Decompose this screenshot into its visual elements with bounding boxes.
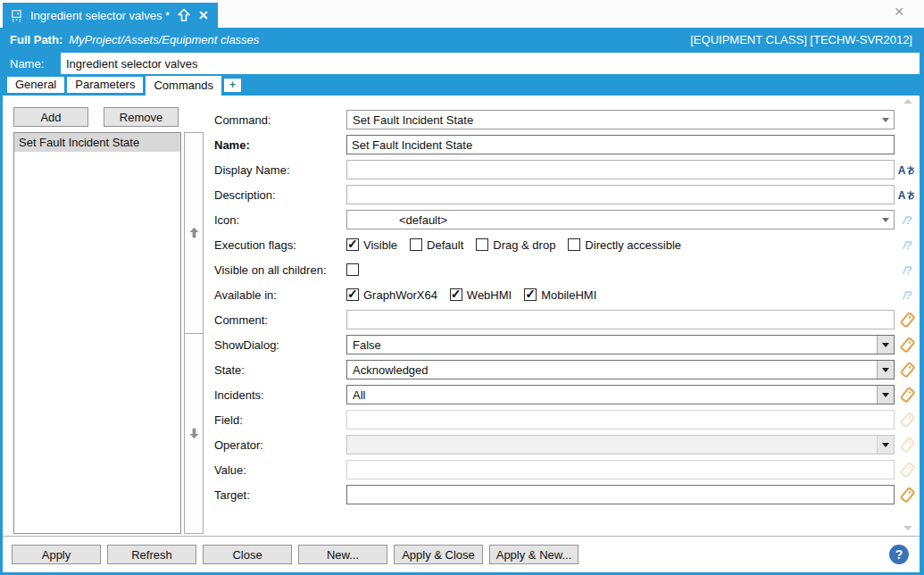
checkbox-label: Directly accessible	[585, 238, 681, 252]
checkbox-drag-drop[interactable]: Drag & drop	[476, 238, 555, 252]
display-name-input[interactable]	[346, 160, 895, 179]
localization-icon[interactable]: A	[898, 189, 917, 201]
incidents-combobox[interactable]: All	[346, 385, 895, 404]
visible-on-all-children-label: Visible on all children:	[214, 263, 346, 277]
move-down-button[interactable]	[184, 334, 204, 535]
checkbox-directly-accessible[interactable]: Directly accessible	[568, 238, 681, 252]
row-showdialog: ShowDialog: False	[214, 332, 920, 357]
tag-icon[interactable]	[900, 338, 915, 353]
global-aliasing-icon[interactable]: /?	[903, 213, 912, 227]
checkbox-webhmi[interactable]: WebHMI	[450, 288, 512, 302]
visible-on-all-children-checkbox[interactable]	[346, 263, 359, 276]
checkbox-label: WebHMI	[467, 288, 512, 302]
showdialog-value: False	[347, 338, 877, 352]
checkbox-icon[interactable]	[410, 238, 422, 251]
tab-parameters[interactable]: Parameters	[67, 77, 143, 93]
list-item-selected[interactable]: Set Fault Incident State	[14, 133, 180, 152]
checkbox-icon[interactable]	[524, 288, 537, 301]
global-aliasing-icon[interactable]: /?	[903, 238, 912, 252]
full-path-label: Full Path:	[10, 33, 62, 46]
global-aliasing-icon[interactable]: /?	[903, 263, 912, 277]
apply-close-button[interactable]: Apply & Close	[394, 545, 483, 564]
tag-icon[interactable]	[900, 312, 915, 328]
tag-icon	[900, 438, 915, 453]
tag-icon[interactable]	[900, 362, 915, 378]
operator-combobox	[346, 435, 895, 454]
remove-button[interactable]: Remove	[104, 107, 179, 127]
checkbox-icon[interactable]	[476, 238, 488, 251]
checkbox-label: MobileHMI	[541, 288, 596, 302]
document-tab[interactable]: Ingredient selector valves * ✕	[3, 3, 218, 28]
row-target: Target:	[214, 482, 920, 507]
tab-add-plus[interactable]: +	[224, 79, 241, 92]
checkbox-icon[interactable]	[346, 238, 359, 251]
chevron-down-icon[interactable]	[877, 211, 894, 229]
chevron-down-icon[interactable]	[877, 361, 894, 379]
row-description: Description: A	[214, 182, 920, 207]
comment-input[interactable]	[346, 310, 895, 329]
tab-strip: General Parameters Commands +	[3, 76, 920, 96]
help-icon[interactable]: ?	[889, 545, 909, 564]
equipment-class-icon	[10, 9, 23, 22]
row-available-in: Available in: GraphWorX64 WebHMI MobileH…	[214, 282, 920, 307]
localization-icon[interactable]: A	[898, 164, 917, 176]
field-input	[346, 410, 895, 429]
pane-close-icon[interactable]: ✕	[894, 5, 904, 18]
apply-new-button[interactable]: Apply & New...	[489, 545, 579, 564]
command-combobox[interactable]: Set Fault Incident State	[346, 110, 895, 129]
tab-general[interactable]: General	[7, 77, 64, 93]
asset-name-input[interactable]	[61, 53, 920, 74]
icon-combobox[interactable]: <default>	[346, 210, 895, 229]
chevron-down-icon[interactable]	[877, 336, 894, 354]
checkbox-graphworx64[interactable]: GraphWorX64	[346, 288, 437, 302]
tag-icon[interactable]	[900, 388, 915, 403]
commands-listbox[interactable]: Set Fault Incident State	[13, 132, 181, 534]
command-value: Set Fault Incident State	[347, 113, 877, 127]
add-button[interactable]: Add	[13, 107, 88, 127]
global-aliasing-icon[interactable]: /?	[903, 288, 912, 302]
tab-commands[interactable]: Commands	[146, 76, 221, 96]
description-input[interactable]	[346, 185, 895, 204]
state-value: Acknowledged	[347, 363, 877, 377]
checkbox-mobilehmi[interactable]: MobileHMI	[524, 288, 596, 302]
checkbox-default[interactable]: Default	[410, 238, 463, 252]
checkbox-icon[interactable]	[346, 288, 359, 301]
apply-button[interactable]: Apply	[12, 545, 101, 564]
showdialog-combobox[interactable]: False	[346, 335, 895, 354]
scroll-up-icon[interactable]	[903, 99, 912, 104]
reorder-strip	[184, 132, 204, 534]
state-combobox[interactable]: Acknowledged	[346, 360, 895, 379]
checkbox-label: GraphWorX64	[363, 288, 437, 302]
document-tab-close-icon[interactable]: ✕	[198, 9, 209, 21]
name-bar-label: Name:	[10, 57, 61, 71]
move-up-button[interactable]	[184, 132, 204, 334]
document-tab-bar: Ingredient selector valves * ✕ ✕	[0, 0, 924, 28]
checkbox-icon[interactable]	[450, 288, 462, 301]
command-name-input[interactable]	[346, 135, 895, 154]
target-label: Target:	[214, 488, 346, 502]
chevron-down-icon[interactable]	[877, 386, 894, 404]
navigate-up-icon[interactable]	[177, 8, 191, 22]
hiragana-a-glyph	[905, 164, 916, 176]
new-button[interactable]: New...	[298, 545, 387, 564]
row-visible-on-all-children: Visible on all children: /?	[214, 257, 920, 282]
footer-bar: Apply Refresh Close New... Apply & Close…	[3, 536, 920, 572]
document-tab-title: Ingredient selector valves *	[30, 9, 170, 22]
chevron-down-icon	[877, 436, 894, 454]
scroll-down-icon[interactable]	[903, 526, 912, 530]
checkbox-icon[interactable]	[568, 238, 580, 251]
tag-icon[interactable]	[900, 488, 915, 503]
row-field: Field:	[214, 407, 920, 432]
tag-icon	[900, 462, 915, 478]
chevron-down-icon[interactable]	[877, 111, 894, 129]
checkbox-visible[interactable]: Visible	[346, 238, 397, 252]
commands-content: Add Remove Set Fault Incident State	[3, 96, 920, 536]
close-button[interactable]: Close	[203, 545, 292, 564]
target-input[interactable]	[346, 485, 895, 504]
incidents-value: All	[347, 388, 877, 402]
incidents-label: Incidents:	[214, 388, 346, 402]
refresh-button[interactable]: Refresh	[107, 545, 196, 564]
value-label: Value:	[214, 463, 346, 477]
row-command: Command: Set Fault Incident State	[214, 107, 920, 132]
hiragana-a-glyph	[905, 189, 916, 201]
